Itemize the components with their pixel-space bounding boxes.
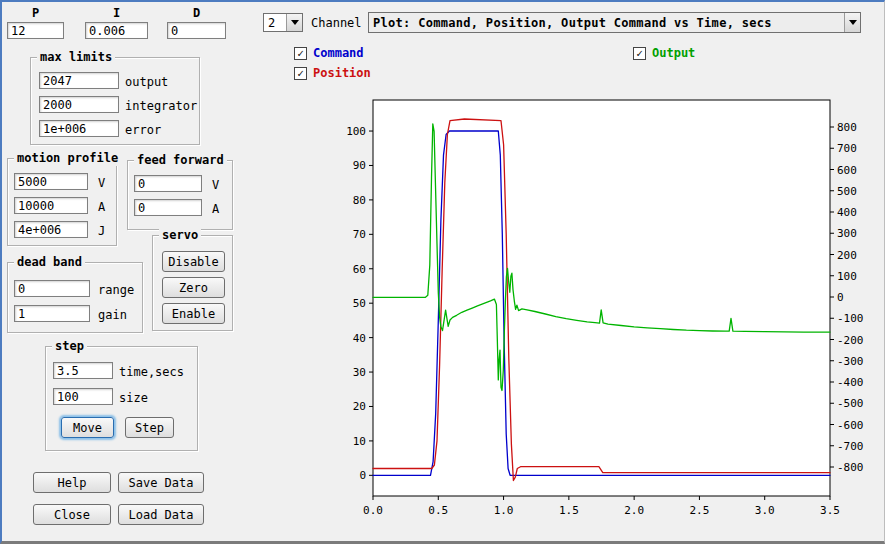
deadband-gain-label: gain [98,308,127,322]
dead-band-group: dead band range gain [7,262,143,333]
svg-text:-800: -800 [837,461,864,474]
servo-title: servo [159,228,201,243]
svg-text:70: 70 [353,228,366,241]
svg-text:1.0: 1.0 [494,504,514,517]
svg-text:2.5: 2.5 [689,504,709,517]
command-checkbox[interactable]: ✓ [294,47,307,60]
max-error-input[interactable] [39,120,119,137]
plot-select[interactable]: Plot: Command, Position, Output Command … [368,12,861,33]
i-input[interactable] [85,22,148,39]
svg-text:100: 100 [346,125,366,138]
i-label: I [85,6,148,20]
step-button[interactable]: Step [125,417,174,438]
max-output-label: output [125,75,168,89]
svg-text:-700: -700 [837,440,864,453]
svg-text:200: 200 [837,249,857,262]
output-legend-row: ✓ Output [633,46,695,60]
p-input[interactable] [7,22,64,39]
position-checkbox-label: Position [313,66,371,80]
svg-text:2.0: 2.0 [624,504,644,517]
chart-svg: 0.00.51.01.52.02.53.03.50102030405060708… [338,88,885,534]
channel-select[interactable]: 2 [263,13,303,32]
ff-accel-label: A [212,202,219,216]
feed-forward-group: feed forward V A [127,160,233,230]
max-integrator-label: integrator [125,99,197,113]
output-checkbox[interactable]: ✓ [633,47,646,60]
motion-profile-group: motion profile V A J [7,158,117,246]
svg-text:40: 40 [353,332,366,345]
servo-enable-button[interactable]: Enable [162,303,225,324]
dead-band-title: dead band [14,255,85,270]
max-output-input[interactable] [39,72,119,89]
svg-text:1.5: 1.5 [559,504,579,517]
svg-text:0: 0 [359,469,366,482]
step-title: step [52,339,87,354]
command-checkbox-label: Command [313,46,364,60]
max-limits-group: max limits output integrator error [30,57,200,145]
profile-accel-label: A [98,200,105,214]
ff-accel-input[interactable] [134,199,202,216]
save-data-button[interactable]: Save Data [118,472,204,493]
svg-text:20: 20 [353,400,366,413]
motion-profile-title: motion profile [14,151,121,166]
plot-dropdown-button[interactable] [844,13,860,32]
svg-text:30: 30 [353,366,366,379]
svg-text:10: 10 [353,435,366,448]
svg-text:80: 80 [353,194,366,207]
position-legend-row: ✓ Position [294,66,371,80]
step-size-label: size [119,391,148,405]
servo-zero-button[interactable]: Zero [162,277,225,298]
profile-jerk-input[interactable] [14,221,88,238]
svg-text:-400: -400 [837,376,864,389]
max-error-label: error [125,123,161,137]
svg-text:-100: -100 [837,312,864,325]
svg-text:50: 50 [353,297,366,310]
svg-text:3.0: 3.0 [755,504,775,517]
deadband-gain-input[interactable] [14,305,90,322]
step-time-label: time,secs [119,365,184,379]
ff-velocity-label: V [212,178,219,192]
check-icon: ✓ [297,48,304,59]
close-button[interactable]: Close [33,504,111,525]
svg-text:0: 0 [837,291,844,304]
app-window: { "pid": { "p": {"label": "P", "value": … [0,0,885,544]
svg-text:90: 90 [353,159,366,172]
svg-text:-500: -500 [837,397,864,410]
check-icon: ✓ [636,48,643,59]
profile-velocity-input[interactable] [14,173,88,190]
channel-label: Channel [311,16,362,30]
d-input[interactable] [167,22,226,39]
svg-text:600: 600 [837,164,857,177]
feed-forward-title: feed forward [134,153,227,168]
servo-group: servo Disable Zero Enable [152,235,233,331]
servo-disable-button[interactable]: Disable [162,251,225,272]
position-checkbox[interactable]: ✓ [294,67,307,80]
deadband-range-label: range [98,283,134,297]
max-limits-title: max limits [37,50,115,65]
svg-text:60: 60 [353,263,366,276]
channel-dropdown-button[interactable] [286,14,302,31]
help-button[interactable]: Help [33,472,111,493]
command-legend-row: ✓ Command [294,46,364,60]
max-integrator-input[interactable] [39,96,119,113]
profile-jerk-label: J [98,224,105,238]
output-checkbox-label: Output [652,46,695,60]
profile-accel-input[interactable] [14,197,88,214]
d-label: D [167,6,226,20]
deadband-range-input[interactable] [14,280,90,297]
channel-value: 2 [264,14,286,31]
svg-text:800: 800 [837,121,857,134]
chevron-down-icon [291,20,299,25]
svg-text:-600: -600 [837,419,864,432]
svg-text:0.0: 0.0 [363,504,383,517]
step-size-input[interactable] [53,388,113,405]
ff-velocity-input[interactable] [134,175,202,192]
move-button[interactable]: Move [61,417,114,438]
load-data-button[interactable]: Load Data [118,504,204,525]
svg-text:3.5: 3.5 [820,504,840,517]
profile-velocity-label: V [98,176,105,190]
step-time-input[interactable] [53,362,113,379]
svg-text:-300: -300 [837,355,864,368]
svg-text:100: 100 [837,270,857,283]
svg-text:300: 300 [837,227,857,240]
